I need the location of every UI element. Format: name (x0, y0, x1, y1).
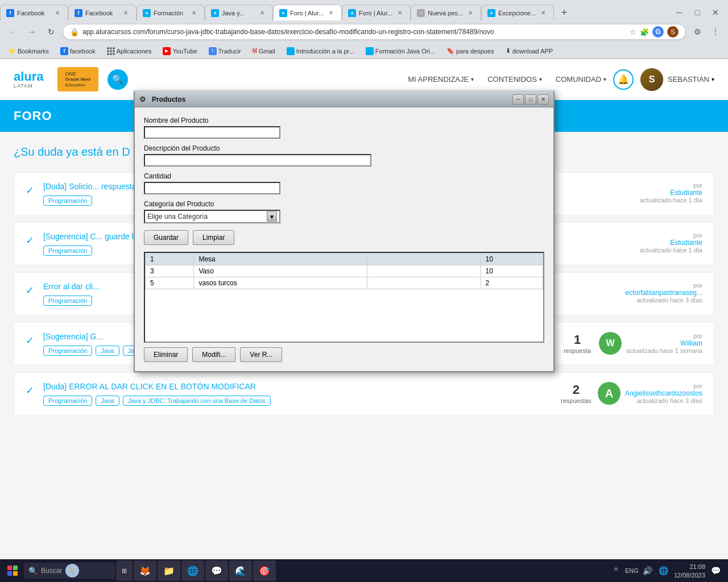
table-row[interactable]: 3 Vaso 10 (146, 265, 543, 277)
g-account-icon[interactable]: G (652, 26, 664, 38)
one-badge: ONE Oracle Next Education (57, 67, 98, 92)
firefox-icon: 🦊 (139, 566, 151, 576)
tab-close-3[interactable]: ✕ (189, 9, 198, 18)
bookmarks-item-youtube[interactable]: ▶ YouTube (159, 46, 200, 56)
tag-programacion-4[interactable]: Programación (43, 346, 92, 356)
tab-7[interactable]: ○ Nueva pes... ✕ (411, 5, 481, 20)
maximize-button[interactable]: □ (689, 5, 705, 20)
bookmarks-item-intro[interactable]: Introducción a la pr... (283, 46, 358, 56)
tag-programacion-3[interactable]: Programación (43, 296, 92, 306)
descripcion-input[interactable] (144, 154, 371, 167)
taskbar-discord-button[interactable]: 💬 (205, 560, 228, 581)
tray-keyboard-icon[interactable]: ENG (626, 565, 638, 576)
tray-volume-icon[interactable]: 🔊 (642, 565, 653, 576)
tray-network-icon[interactable]: 🌐 (658, 565, 669, 576)
cantidad-input[interactable] (144, 182, 280, 194)
bookmarks-item-translate[interactable]: T Traducir (205, 46, 245, 56)
taskbar-firefox-button[interactable]: 🦊 (134, 560, 156, 581)
facebook-bm-label: facebook (70, 48, 96, 55)
nav-link-contenidos[interactable]: CONTENIDOS ▾ (487, 75, 542, 84)
tag-java-5[interactable]: Java (96, 396, 119, 406)
dropdown-arrow-icon[interactable]: ▼ (267, 211, 277, 222)
tab-close-7[interactable]: ✕ (466, 9, 475, 18)
address-bar[interactable]: 🔒 app.aluracursos.com/forum/curso-java-j… (63, 24, 686, 40)
table-row[interactable]: 5 vasos turcos 2 (146, 277, 543, 289)
nombre-input[interactable] (144, 126, 280, 139)
bookmarks-item-formacion[interactable]: Formación Java Ori... (362, 46, 439, 56)
bookmark-star-icon[interactable]: ☆ (630, 28, 636, 36)
tray-arrow-icon[interactable]: ^ (610, 565, 622, 576)
taskbar-chrome-button[interactable]: 🌐 (181, 560, 204, 581)
bookmarks-item-star[interactable]: ⭐ Bookmarks (5, 46, 52, 56)
forum-meta-1: por Estudiante actualizado hace 1 día (640, 182, 702, 203)
nav-link-comunidad[interactable]: COMUNIDAD ▾ (556, 75, 606, 84)
tray-clock[interactable]: 21:08 12/08/2023 (674, 563, 705, 578)
bookmarks-item-download[interactable]: ⬇ download APP (502, 46, 557, 56)
close-browser-button[interactable]: ✕ (708, 5, 723, 20)
table-row[interactable]: 1 Mesa 10 (146, 253, 543, 265)
forum-tags-5: Programación Java Java y JDBC: Trabajand… (43, 396, 550, 406)
tab-close-5[interactable]: ✕ (326, 9, 336, 18)
taskbar-search[interactable]: 🔍 Buscar 🐘 (24, 563, 115, 579)
alura-logo-text: alura (14, 70, 44, 83)
limpiar-button[interactable]: Limpiar (193, 230, 234, 245)
tag-programacion-2[interactable]: Programación (43, 246, 92, 256)
address-bar-row: ← → ↻ 🔒 app.aluracursos.com/forum/curso-… (0, 20, 728, 43)
reload-button[interactable]: ↻ (43, 24, 59, 40)
forum-user-5: Angielissethcardozoostos (625, 389, 702, 397)
profile-icon[interactable]: S (667, 26, 679, 38)
guardar-button[interactable]: Guardar (144, 230, 188, 245)
notification-bell-button[interactable]: 🔔 (613, 69, 634, 90)
taskbar-explorer-button[interactable]: 📁 (158, 560, 180, 581)
tab-close-1[interactable]: ✕ (53, 9, 62, 18)
eliminar-button[interactable]: Eliminar (144, 347, 188, 362)
tag-java-4[interactable]: Java (96, 346, 119, 356)
tab-close-6[interactable]: ✕ (395, 9, 404, 18)
forum-time-3: actualizado hace 3 días (636, 297, 702, 304)
bookmarks-item-facebook[interactable]: f facebook (57, 46, 99, 56)
bookmarks-item-paradespues[interactable]: 🔖 para despues (443, 46, 498, 56)
tab-6[interactable]: a Foro | Alur... ✕ (342, 5, 411, 20)
dialog-close-button[interactable]: ✕ (537, 94, 549, 105)
productos-table-container[interactable]: 1 Mesa 10 3 Vaso 10 (144, 252, 544, 343)
forward-button[interactable]: → (24, 24, 40, 40)
bookmarks-item-apps[interactable]: Aplicaciones (104, 46, 155, 56)
taskbar-multitask-button[interactable]: ⊞ (116, 560, 133, 581)
dialog-minimize-button[interactable]: ─ (512, 94, 524, 105)
forum-item-title-5[interactable]: [Duda] ERROR AL DAR CLICK EN EL BOTÓN MO… (43, 382, 550, 391)
tab-5[interactable]: a Foro | Alur... ✕ (273, 5, 342, 20)
alura-logo[interactable]: alura LATAM (14, 70, 44, 89)
browser-chrome: f Facebook ✕ f Facebook ✕ a Formación ✕ … (0, 0, 728, 59)
back-button[interactable]: ← (5, 24, 20, 40)
new-tab-button[interactable]: + (556, 5, 572, 20)
nav-link-contenidos-label: CONTENIDOS (487, 75, 537, 84)
modificar-button[interactable]: Modifi... (192, 347, 235, 362)
tab-2[interactable]: f Facebook ✕ (68, 5, 136, 20)
extensions-puzzle-icon[interactable]: 🧩 (640, 28, 649, 36)
search-button[interactable]: 🔍 (107, 69, 128, 90)
ver-registro-button[interactable]: Ver R... (240, 347, 282, 362)
tag-jdbc-5[interactable]: Java y JDBC: Trabajando con una Base de … (123, 396, 271, 406)
user-avatar[interactable]: S (640, 68, 663, 91)
taskbar-app6-button[interactable]: 🎯 (253, 560, 276, 581)
tray-notifications-icon[interactable]: 💬 (710, 565, 721, 576)
tag-programacion-1[interactable]: Programación (43, 196, 92, 206)
tab-1[interactable]: f Facebook ✕ (0, 5, 68, 20)
tab-favicon-1: f (6, 9, 14, 17)
tab-close-4[interactable]: ✕ (258, 9, 267, 18)
categoria-dropdown[interactable]: Elige una Categoría ▼ (144, 210, 280, 223)
tag-programacion-5[interactable]: Programación (43, 396, 92, 406)
start-button[interactable] (2, 560, 23, 581)
tab-close-8[interactable]: ✕ (539, 9, 548, 18)
dialog-maximize-button[interactable]: □ (525, 94, 536, 105)
tab-8[interactable]: a Excepcione... ✕ (481, 5, 554, 20)
taskbar-app5-button[interactable]: 🌊 (229, 560, 252, 581)
tab-close-2[interactable]: ✕ (121, 9, 130, 18)
extensions-button[interactable]: ⚙ (689, 24, 705, 40)
menu-button[interactable]: ⋮ (708, 24, 723, 40)
bookmarks-item-gmail[interactable]: M Gmail (249, 47, 279, 56)
tab-4[interactable]: a Java y... ✕ (205, 5, 273, 20)
minimize-button[interactable]: ─ (671, 5, 687, 20)
tab-3[interactable]: a Formación ✕ (136, 5, 205, 20)
nav-link-aprendizaje[interactable]: MI APRENDIZAJE ▾ (408, 75, 474, 84)
